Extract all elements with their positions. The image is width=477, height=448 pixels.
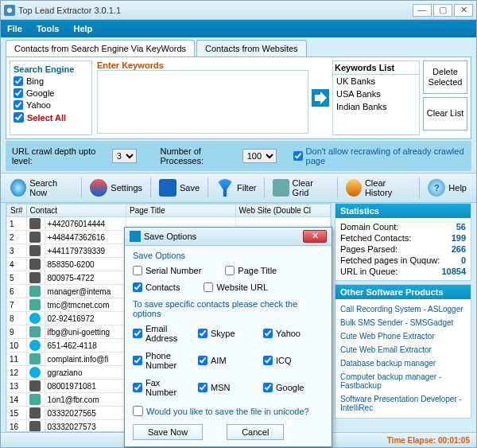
processes-label: Number of Processes: xyxy=(161,146,238,166)
app-title: Top Lead Extractor 3.0.1.1 xyxy=(18,6,413,15)
tab-search-engine[interactable]: Contacts from Search Engine Via KeyWords xyxy=(6,40,195,56)
app-icon xyxy=(4,5,15,16)
menu-help[interactable]: Help xyxy=(73,24,92,33)
opt-skype[interactable]: Skype xyxy=(198,324,258,343)
help-icon: ? xyxy=(428,179,445,197)
save-now-button[interactable]: Save Now xyxy=(133,424,203,440)
minimize-button[interactable]: — xyxy=(413,4,432,17)
opt-email[interactable]: Email Address xyxy=(133,324,193,343)
opt-pagetitle[interactable]: Page Title xyxy=(225,266,277,275)
statistics-panel: Statistics Domain Count:56 Fetched Conta… xyxy=(335,203,471,281)
product-link[interactable]: Software Presentation Developer - Intell… xyxy=(340,392,466,415)
product-link[interactable]: Computer backup manager - Fastbackup xyxy=(340,370,466,392)
search-now-button[interactable]: Search Now xyxy=(6,177,78,199)
menu-tools[interactable]: Tools xyxy=(37,24,60,33)
clear-list-button[interactable]: Clear List xyxy=(423,97,467,131)
domain-count: 56 xyxy=(456,222,466,232)
floppy-icon xyxy=(159,179,176,197)
keywords-input[interactable] xyxy=(97,70,308,134)
tab-row: Contacts from Search Engine Via KeyWords… xyxy=(1,37,476,56)
contact-type-icon xyxy=(29,299,41,310)
settings-button[interactable]: Settings xyxy=(85,177,147,198)
keywords-list-header: Keywords List xyxy=(333,61,419,75)
contact-type-icon xyxy=(29,272,41,283)
contact-type-icon xyxy=(29,407,41,419)
search-engine-header: Search Engine xyxy=(14,64,88,74)
add-keyword-button[interactable] xyxy=(312,89,329,107)
menu-file[interactable]: File xyxy=(7,24,22,33)
tools-icon xyxy=(90,179,107,197)
cancel-button[interactable]: Cancel xyxy=(227,424,284,440)
crawl-options: URL crawl depth upto level: 3 Number of … xyxy=(6,141,471,171)
opt-msn[interactable]: MSN xyxy=(198,378,258,397)
delete-selected-button[interactable]: Delete Selected xyxy=(423,60,467,94)
product-link[interactable]: Call Recording System - ASLogger xyxy=(340,302,466,316)
url-queue: 10854 xyxy=(441,267,466,276)
col-sr[interactable]: Sr# xyxy=(7,205,27,217)
crawl-depth-select[interactable]: 3 xyxy=(112,149,137,163)
product-link[interactable]: Cute Web Phone Extractor xyxy=(340,329,466,343)
statistics-header: Statistics xyxy=(335,204,471,218)
contact-type-icon xyxy=(29,380,41,392)
toolbar: Search Now Settings Save Filter Clear Gr… xyxy=(1,173,476,203)
opt-fax[interactable]: Fax Number xyxy=(133,378,193,397)
dont-recrawl[interactable]: Don't allow recrawling of already crawle… xyxy=(293,146,465,166)
engine-yahoo[interactable]: Yahoo xyxy=(14,100,88,110)
contact-type-icon xyxy=(29,421,41,432)
col-contact[interactable]: Contact xyxy=(26,205,126,217)
contact-type-icon xyxy=(29,232,41,243)
opt-yahoo[interactable]: Yahoo xyxy=(263,324,324,343)
tab-websites[interactable]: Contacts from Websites xyxy=(196,40,307,56)
funnel-icon xyxy=(216,179,234,197)
titlebar: Top Lead Extractor 3.0.1.1 — ▢ ✕ xyxy=(1,1,476,20)
engine-google[interactable]: Google xyxy=(14,88,88,98)
contact-type-icon xyxy=(29,218,41,229)
dialog-tip: To save specific contacts please check t… xyxy=(133,299,324,318)
clear-grid-button[interactable]: Clear Grid xyxy=(268,177,333,199)
opt-icq[interactable]: ICQ xyxy=(263,351,324,370)
dialog-close-button[interactable]: ✕ xyxy=(303,230,327,243)
processes-select[interactable]: 100 xyxy=(242,149,277,163)
contact-type-icon xyxy=(29,286,41,297)
products-panel: Other Software Products Call Recording S… xyxy=(335,284,471,419)
contact-type-icon xyxy=(29,367,41,378)
pages-parsed: 266 xyxy=(452,244,466,254)
opt-phone[interactable]: Phone Number xyxy=(133,351,193,370)
dialog-titlebar: Save Options ✕ xyxy=(125,228,332,246)
col-website[interactable]: Web Site (Double Cl xyxy=(235,205,330,217)
product-link[interactable]: Bulk SMS Sender - SMSGadget xyxy=(340,316,466,329)
opt-serial[interactable]: Serial Number xyxy=(133,266,201,275)
contact-type-icon xyxy=(29,245,41,256)
clear-history-button[interactable]: Clear History xyxy=(341,177,417,199)
col-pagetitle[interactable]: Page Title xyxy=(126,205,236,217)
keyword-item[interactable]: UK Banks xyxy=(333,75,419,88)
pages-queue: 0 xyxy=(461,255,466,265)
filter-button[interactable]: Filter xyxy=(211,177,261,198)
time-elapse: Time Elapse: 00:01:05 xyxy=(387,436,470,445)
contact-type-icon xyxy=(29,326,41,337)
select-all[interactable]: Select All xyxy=(14,112,88,123)
save-button[interactable]: Save xyxy=(154,177,204,198)
maximize-button[interactable]: ▢ xyxy=(433,4,452,17)
opt-unicode[interactable]: Would you like to save the file in unico… xyxy=(133,406,324,416)
engine-bing[interactable]: Bing xyxy=(14,76,88,86)
tab-body: Search Engine Bing Google Yahoo Select A… xyxy=(6,56,471,139)
help-button[interactable]: ?Help xyxy=(423,177,471,198)
opt-google[interactable]: Google xyxy=(263,378,324,397)
opt-contacts[interactable]: Contacts xyxy=(133,282,180,292)
crawl-depth-label: URL crawl depth upto level: xyxy=(12,146,107,166)
keyword-item[interactable]: Indian Banks xyxy=(333,100,419,113)
product-link[interactable]: Database backup manager xyxy=(340,356,466,370)
search-engine-panel: Search Engine Bing Google Yahoo Select A… xyxy=(10,60,92,135)
keywords-list: Keywords List UK Banks USA Banks Indian … xyxy=(332,60,420,135)
contact-type-icon xyxy=(29,394,41,405)
dialog-title: Save Options xyxy=(144,232,303,241)
product-link[interactable]: Cute Web Email Extractor xyxy=(340,343,466,356)
opt-aim[interactable]: AIM xyxy=(198,351,258,370)
keyword-item[interactable]: USA Banks xyxy=(333,88,419,100)
contact-type-icon xyxy=(29,313,41,324)
keywords-panel: Enter Keywords xyxy=(97,60,308,135)
floppy-icon xyxy=(130,231,141,242)
close-button[interactable]: ✕ xyxy=(454,4,473,17)
opt-weburl[interactable]: Website URL xyxy=(204,282,268,292)
